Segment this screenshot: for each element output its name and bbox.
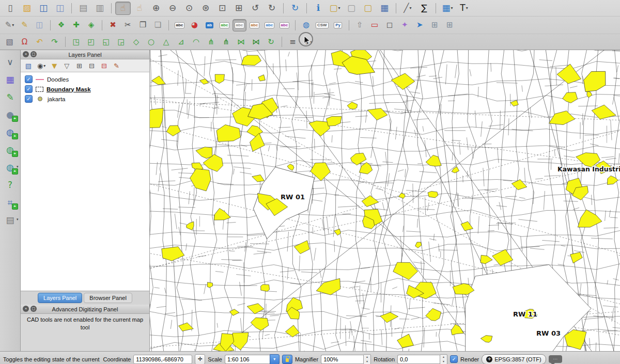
- expand-all-button[interactable]: ⊞: [74, 60, 84, 71]
- layer-lines-button[interactable]: ≡: [286, 36, 300, 48]
- paste-features-button[interactable]: ❏: [151, 19, 165, 31]
- collapse-all-button[interactable]: ⊟: [86, 60, 97, 71]
- delete-ring-button[interactable]: ○: [144, 36, 158, 48]
- layer-diagram-button[interactable]: ◕: [188, 19, 202, 31]
- label-abc-orange-button[interactable]: abc: [247, 19, 261, 31]
- metasearch-globe-button[interactable]: ◍: [299, 19, 313, 31]
- toggle-editing-button[interactable]: ✎: [18, 19, 32, 31]
- layer-visibility-checkbox[interactable]: ✓: [25, 85, 33, 93]
- new-shapefile-layer-button[interactable]: ✎: [3, 89, 18, 105]
- label-abc-blue-button[interactable]: abc: [262, 19, 276, 31]
- split-features-button[interactable]: ⋔: [204, 36, 218, 48]
- filter-by-expression-button[interactable]: ▽: [61, 60, 72, 71]
- pan-map-button[interactable]: ☝: [115, 2, 131, 15]
- save-layer-edits-button[interactable]: ◫: [33, 19, 47, 31]
- zoom-in-button[interactable]: ⊕: [148, 2, 164, 15]
- zoom-next-button[interactable]: ↻: [264, 2, 280, 15]
- label-abc-purple-button[interactable]: abc: [277, 19, 291, 31]
- undo-button[interactable]: ↶: [33, 36, 47, 48]
- csw-catalog-button[interactable]: CSW: [314, 19, 330, 31]
- python-console-button[interactable]: Py: [331, 19, 345, 31]
- zoom-last-button[interactable]: ↺: [247, 2, 263, 15]
- offset-curve-button[interactable]: ◠: [189, 36, 203, 48]
- annotation-text-button[interactable]: T▾: [456, 2, 472, 15]
- move-label-button[interactable]: ⇘▾: [301, 36, 315, 48]
- cut-features-button[interactable]: ✂: [121, 19, 135, 31]
- zoom-full-button[interactable]: ⊛: [198, 2, 213, 15]
- measure-line-button[interactable]: ╱▾: [400, 2, 415, 15]
- pointer-select-button[interactable]: ➤: [413, 19, 427, 31]
- zoom-out-button[interactable]: ⊖: [165, 2, 180, 15]
- rotate-point-symbols-button[interactable]: ↻: [264, 36, 278, 48]
- render-checkbox[interactable]: ✓: [450, 355, 458, 363]
- simplify-feature-button[interactable]: ◰: [84, 36, 98, 48]
- project-save-button[interactable]: ◫: [36, 2, 51, 15]
- project-save-as-button[interactable]: ◫: [52, 2, 68, 15]
- layer-row[interactable]: ✓Doodles: [21, 74, 149, 84]
- scale-lock-button[interactable]: [282, 355, 292, 364]
- statistical-summary-button[interactable]: ∑: [416, 2, 432, 15]
- add-spatialite-layer-button[interactable]: ◍+: [3, 124, 18, 140]
- label-abc-green-button[interactable]: abc: [218, 19, 231, 31]
- crs-status-button[interactable]: ✛ EPSG:3857 (OTF): [482, 354, 546, 364]
- enable-advanced-digitizing-button[interactable]: ▧: [3, 36, 17, 48]
- redo-button[interactable]: ↷: [48, 36, 61, 48]
- map-decorations-button[interactable]: ▦▾: [440, 2, 455, 15]
- spinner-down-icon[interactable]: ▾: [364, 359, 370, 364]
- add-wcs-layer-button[interactable]: ◍▾+: [3, 160, 18, 175]
- spinner-up-icon[interactable]: ▴: [440, 355, 447, 359]
- pan-to-selection-button[interactable]: ☝: [132, 2, 147, 15]
- layers-panel-float-icon[interactable]: ◻: [30, 51, 37, 57]
- add-ring-button[interactable]: ◱: [99, 36, 113, 48]
- scale-input[interactable]: [225, 355, 270, 364]
- current-edits-button[interactable]: ✎▾: [3, 19, 17, 31]
- label-ab-button[interactable]: ab: [203, 19, 216, 31]
- layer-visibility-checkbox[interactable]: ✓: [25, 75, 33, 83]
- scale-dropdown-icon[interactable]: ▾: [270, 354, 280, 364]
- rotation-input[interactable]: [397, 355, 440, 364]
- add-db-layer-button[interactable]: ▤▾: [3, 212, 18, 228]
- zoom-actual-button[interactable]: ⊙: [181, 2, 197, 15]
- add-delimited-text-layer-button[interactable]: ?: [3, 177, 18, 193]
- coordinate-input[interactable]: [133, 355, 192, 364]
- add-raster-layer-button[interactable]: ▦: [3, 72, 18, 87]
- select-features-button[interactable]: ▢▾: [327, 2, 343, 15]
- merge-features-button[interactable]: ⋈: [234, 36, 248, 48]
- grid-edit-button[interactable]: ⊞: [428, 19, 442, 31]
- layer-name[interactable]: Boundary Mask: [47, 86, 91, 92]
- reshape-features-button[interactable]: ⊿: [174, 36, 188, 48]
- merge-attributes-button[interactable]: ⋈: [249, 36, 263, 48]
- snapping-magnet-button[interactable]: Ω: [18, 36, 32, 48]
- delete-part-button[interactable]: △: [159, 36, 173, 48]
- layer-name[interactable]: Doodles: [47, 76, 69, 83]
- style-brush-button[interactable]: ✎: [111, 60, 121, 71]
- copy-features-button[interactable]: ❐: [136, 19, 150, 31]
- project-open-button[interactable]: ▨: [19, 2, 35, 15]
- layer-row[interactable]: ✓jakarta: [21, 94, 149, 104]
- delete-selected-button[interactable]: ✖: [106, 19, 120, 31]
- new-print-composer-button[interactable]: ▤: [75, 2, 91, 15]
- offset-arrow-button[interactable]: ⇧: [353, 19, 367, 31]
- fill-ring-button[interactable]: ◇: [129, 36, 143, 48]
- spinner-down-icon[interactable]: ▾: [440, 359, 447, 364]
- layer-name[interactable]: jakarta: [48, 96, 66, 102]
- map-refresh-button[interactable]: ↻: [287, 2, 303, 15]
- remove-layer-button[interactable]: ⊟: [99, 60, 109, 71]
- adv-digitizing-float-icon[interactable]: ◻: [30, 306, 37, 312]
- toggle-extents-icon[interactable]: ✛: [195, 354, 205, 364]
- layer-labeling-button[interactable]: abc: [173, 19, 187, 31]
- add-part-button[interactable]: ◲: [114, 36, 128, 48]
- zoom-to-selection-button[interactable]: ⊡: [214, 2, 230, 15]
- filter-legend-button[interactable]: ▼: [49, 60, 59, 71]
- move-feature-button[interactable]: ✚: [69, 19, 83, 31]
- add-feature-button[interactable]: ❖: [54, 19, 68, 31]
- open-layer-styling-button[interactable]: ▧: [23, 60, 34, 71]
- tab-browser-panel[interactable]: Browser Panel: [84, 293, 132, 303]
- magnifier-input[interactable]: [321, 355, 364, 364]
- boundary-rect-button[interactable]: ▭: [368, 19, 382, 31]
- identify-features-button[interactable]: ℹ: [311, 2, 326, 15]
- map-canvas[interactable]: RW 01RW 11RW 03Kawasan Industri Pe: [150, 50, 620, 351]
- node-tool-button[interactable]: ◈: [84, 19, 98, 31]
- composer-manager-button[interactable]: ▥: [92, 2, 107, 15]
- project-new-button[interactable]: ▯: [3, 2, 18, 15]
